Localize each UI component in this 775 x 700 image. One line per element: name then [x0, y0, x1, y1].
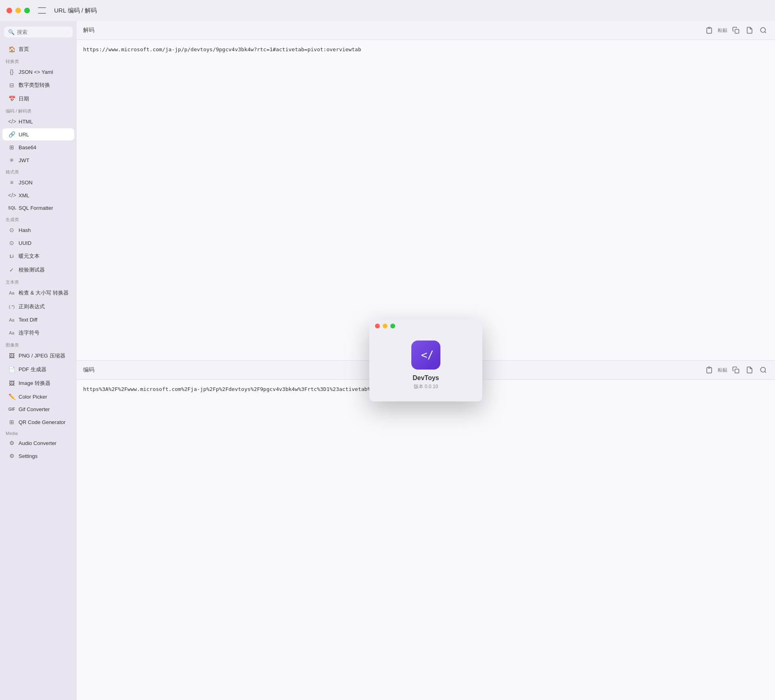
svg-text:</>: </>	[421, 349, 433, 361]
date-icon: 📅	[8, 96, 15, 102]
sidebar: 🔍 🏠 首页 转换类 {} JSON <> Yaml ⊟ 数字类型转换 📅 日期…	[0, 21, 77, 700]
sidebar-item-gif[interactable]: GIF Gif Converter	[2, 403, 74, 415]
sidebar-item-url[interactable]: 🔗 URL	[2, 128, 74, 140]
title-bar: URL 编码 / 解码	[0, 0, 775, 21]
decode-label: 解码	[83, 27, 94, 34]
sidebar-item-xml-label: XML	[19, 192, 29, 199]
json-yaml-icon: {}	[8, 69, 15, 75]
encode-search-button[interactable]	[758, 365, 769, 375]
sidebar-item-checktest[interactable]: ✓ 校验测试器	[2, 263, 74, 276]
section-label-convert: 转换类	[0, 56, 77, 65]
traffic-lights	[6, 8, 30, 13]
sidebar-item-color-picker[interactable]: ✏️ Color Picker	[2, 391, 74, 403]
about-dialog[interactable]: </> DevToys 版本 0.0.10	[369, 320, 482, 401]
sidebar-toggle-button[interactable]	[38, 7, 46, 14]
regex-icon: (.*)	[8, 304, 15, 309]
sidebar-item-regex[interactable]: (.*) 正则表达式	[2, 300, 74, 313]
sidebar-item-html[interactable]: </> HTML	[2, 115, 74, 127]
section-label-encode: 编码 / 解码类	[0, 106, 77, 115]
sidebar-item-png-jpeg-label: PNG / JPEG 压缩器	[19, 352, 65, 359]
encode-file-button[interactable]	[744, 365, 755, 375]
dialog-title-bar	[369, 320, 482, 332]
dialog-app-name: DevToys	[413, 374, 439, 382]
sidebar-item-xml[interactable]: </> XML	[2, 189, 74, 201]
settings-icon: ⚙	[8, 453, 15, 459]
svg-rect-1	[735, 29, 739, 33]
sidebar-item-home-label: 首页	[19, 46, 29, 53]
svg-line-7	[765, 371, 766, 372]
sidebar-item-textdiff-label: Text Diff	[19, 317, 38, 323]
ligature-icon: Aa	[8, 330, 15, 335]
sidebar-item-settings[interactable]: ⚙ Settings	[2, 450, 74, 462]
search-input[interactable]	[17, 29, 77, 35]
window-title: URL 编码 / 解码	[54, 7, 97, 15]
sidebar-item-hash-label: Hash	[19, 227, 31, 233]
sidebar-item-json-yaml-label: JSON <> Yaml	[19, 69, 53, 75]
sidebar-item-date[interactable]: 📅 日期	[2, 92, 74, 105]
decode-search-button[interactable]	[758, 25, 769, 36]
decode-file-button[interactable]	[744, 25, 755, 36]
sidebar-item-case[interactable]: Aa 检查 & 大小写 转换器	[2, 286, 74, 299]
svg-line-3	[765, 31, 766, 33]
sidebar-item-qrcode-label: QR Code Generator	[19, 419, 65, 425]
app-body: 🔍 🏠 首页 转换类 {} JSON <> Yaml ⊟ 数字类型转换 📅 日期…	[0, 21, 775, 700]
sql-icon: SQL	[8, 206, 15, 210]
maximize-button[interactable]	[24, 8, 30, 13]
sidebar-item-image-convert[interactable]: 🖼 Image 转换器	[2, 377, 74, 390]
close-button[interactable]	[6, 8, 12, 13]
main-content: 解码 粘贴	[77, 21, 775, 700]
sidebar-item-audio-label: Audio Converter	[19, 440, 57, 446]
qrcode-icon: ⊞	[8, 419, 15, 425]
sidebar-item-json[interactable]: ≡ JSON	[2, 176, 74, 188]
sidebar-item-audio[interactable]: ⚙ Audio Converter	[2, 437, 74, 449]
sidebar-item-image-convert-label: Image 转换器	[19, 380, 50, 387]
sidebar-item-ligature[interactable]: Aa 连字符号	[2, 326, 74, 339]
hash-icon: ⊙	[8, 227, 15, 233]
sidebar-item-html-label: HTML	[19, 119, 33, 125]
home-icon: 🏠	[8, 46, 15, 52]
sidebar-item-number[interactable]: ⊟ 数字类型转换	[2, 79, 74, 92]
sidebar-item-pdf[interactable]: 📄 PDF 生成器	[2, 363, 74, 376]
decode-paste-button[interactable]	[704, 25, 714, 36]
sidebar-item-home[interactable]: 🏠 首页	[2, 43, 74, 56]
jwt-icon: ✳	[8, 157, 15, 163]
decode-paste-label: 粘贴	[718, 27, 727, 34]
sidebar-item-lorem[interactable]: Li 暖元文本	[2, 250, 74, 263]
sidebar-item-sql[interactable]: SQL SQL Formatter	[2, 202, 74, 214]
base64-icon: ⊞	[8, 144, 15, 150]
sidebar-item-date-label: 日期	[19, 95, 29, 102]
sidebar-item-number-label: 数字类型转换	[19, 81, 50, 89]
encode-copy-button[interactable]	[731, 365, 741, 375]
sidebar-item-hash[interactable]: ⊙ Hash	[2, 224, 74, 236]
sidebar-item-textdiff[interactable]: Aa Text Diff	[2, 314, 74, 326]
sidebar-item-sql-label: SQL Formatter	[19, 205, 53, 211]
encode-content[interactable]: https%3A%2F%2Fwww.microsoft.com%2Fja-jp%…	[77, 380, 775, 700]
section-label-generate: 生成类	[0, 214, 77, 224]
sidebar-item-ligature-label: 连字符号	[19, 329, 40, 336]
sidebar-item-regex-label: 正则表达式	[19, 303, 45, 310]
dialog-maximize-button[interactable]	[390, 324, 395, 328]
json-icon: ≡	[8, 179, 15, 186]
checktest-icon: ✓	[8, 267, 15, 273]
sidebar-item-checktest-label: 校验测试器	[19, 266, 45, 274]
decode-content[interactable]: https://www.microsoft.com/ja-jp/p/devtoy…	[77, 40, 775, 360]
sidebar-item-uuid[interactable]: ⊙ UUID	[2, 237, 74, 249]
encode-paste-button[interactable]	[704, 365, 714, 375]
sidebar-item-jwt-label: JWT	[19, 157, 29, 163]
sidebar-item-qrcode[interactable]: ⊞ QR Code Generator	[2, 416, 74, 428]
dialog-close-button[interactable]	[375, 324, 380, 328]
dialog-minimize-button[interactable]	[383, 324, 388, 328]
dialog-app-version: 版本 0.0.10	[414, 383, 438, 390]
sidebar-item-json-yaml[interactable]: {} JSON <> Yaml	[2, 66, 74, 78]
svg-rect-5	[735, 369, 739, 373]
decode-copy-button[interactable]	[731, 25, 741, 36]
case-icon: Aa	[8, 290, 15, 295]
sidebar-item-base64[interactable]: ⊞ Base64	[2, 141, 74, 153]
svg-rect-0	[708, 27, 710, 29]
html-icon: </>	[8, 118, 15, 125]
minimize-button[interactable]	[15, 8, 21, 13]
search-bar[interactable]: 🔍	[4, 27, 73, 38]
sidebar-item-png-jpeg[interactable]: 🖼 PNG / JPEG 压缩器	[2, 349, 74, 362]
sidebar-item-uuid-label: UUID	[19, 240, 31, 246]
sidebar-item-jwt[interactable]: ✳ JWT	[2, 154, 74, 166]
